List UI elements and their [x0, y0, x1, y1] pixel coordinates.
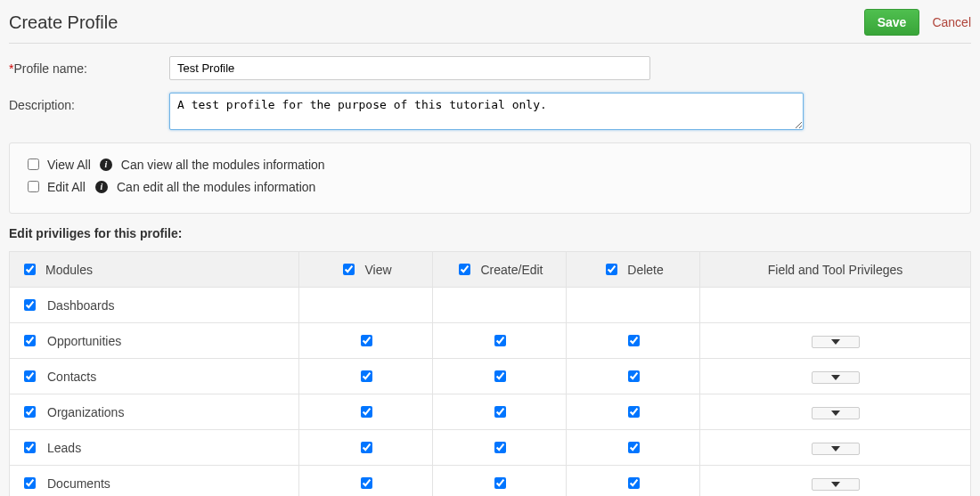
- delete-checkbox[interactable]: [628, 370, 640, 382]
- profile-name-label: *Profile name:: [9, 56, 169, 76]
- view-cell: [299, 466, 433, 497]
- privileges-cell: [700, 359, 971, 394]
- view-checkbox[interactable]: [361, 406, 372, 418]
- save-button[interactable]: Save: [864, 9, 920, 36]
- expand-button[interactable]: [812, 443, 860, 455]
- module-cell: Opportunities: [10, 323, 299, 359]
- view-checkbox[interactable]: [361, 335, 372, 346]
- delete-cell: [567, 394, 700, 430]
- view-all-label[interactable]: View All: [24, 156, 91, 173]
- view-master-checkbox[interactable]: [343, 264, 355, 275]
- delete-master-checkbox[interactable]: [606, 264, 617, 275]
- chevron-down-icon: [831, 446, 840, 451]
- chevron-down-icon: [831, 375, 840, 380]
- info-icon: i: [95, 181, 108, 193]
- module-cell: Organizations: [10, 394, 299, 430]
- header-actions: Save Cancel: [864, 9, 971, 36]
- global-permissions-panel: View All i Can view all the modules info…: [9, 142, 971, 214]
- description-textarea[interactable]: A test profile for the purpose of this t…: [169, 93, 804, 130]
- delete-cell: [567, 359, 700, 394]
- divider: [9, 43, 971, 44]
- page-title: Create Profile: [9, 12, 118, 33]
- view-checkbox[interactable]: [361, 370, 372, 382]
- delete-checkbox[interactable]: [628, 406, 640, 418]
- privileges-cell: [700, 394, 971, 430]
- edit-all-desc: Can edit all the modules information: [117, 180, 315, 194]
- table-row: Opportunities: [10, 323, 971, 359]
- create-cell: [433, 288, 567, 323]
- privileges-table: Modules View Create/Edit: [9, 251, 971, 496]
- col-delete: Delete: [567, 252, 700, 288]
- module-name: Dashboards: [47, 298, 115, 313]
- expand-button[interactable]: [812, 478, 860, 491]
- module-cell: Dashboards: [10, 288, 299, 323]
- module-cell: Documents: [10, 466, 299, 497]
- col-create-edit: Create/Edit: [433, 252, 567, 288]
- delete-cell: [567, 430, 700, 466]
- module-checkbox[interactable]: [24, 442, 36, 453]
- header-bar: Create Profile Save Cancel: [9, 9, 971, 43]
- module-cell: Leads: [10, 430, 299, 466]
- view-cell: [299, 394, 433, 430]
- create-cell: [433, 359, 567, 394]
- create-checkbox[interactable]: [494, 370, 506, 382]
- module-checkbox[interactable]: [24, 406, 36, 418]
- col-view: View: [299, 252, 433, 288]
- create-master-checkbox[interactable]: [459, 264, 470, 275]
- edit-all-label[interactable]: Edit All: [24, 178, 86, 195]
- table-row: Dashboards: [10, 288, 971, 323]
- view-checkbox[interactable]: [361, 477, 372, 489]
- description-row: Description: A test profile for the purp…: [9, 93, 971, 130]
- view-all-desc: Can view all the modules information: [121, 158, 325, 172]
- expand-button[interactable]: [812, 407, 860, 419]
- delete-checkbox[interactable]: [628, 335, 640, 346]
- view-cell: [299, 359, 433, 394]
- profile-name-row: *Profile name:: [9, 56, 971, 80]
- module-name: Organizations: [47, 405, 124, 419]
- cancel-link[interactable]: Cancel: [932, 15, 971, 29]
- module-checkbox[interactable]: [24, 335, 36, 346]
- view-cell: [299, 323, 433, 359]
- delete-checkbox[interactable]: [628, 442, 640, 453]
- table-row: Documents: [10, 466, 971, 497]
- table-row: Contacts: [10, 359, 971, 394]
- module-name: Leads: [47, 441, 81, 455]
- create-checkbox[interactable]: [494, 406, 506, 418]
- col-field-priv: Field and Tool Privileges: [700, 252, 971, 288]
- module-checkbox[interactable]: [24, 477, 36, 489]
- view-all-checkbox[interactable]: [28, 159, 39, 170]
- module-name: Opportunities: [47, 334, 121, 348]
- privileges-cell: [700, 288, 971, 323]
- table-row: Organizations: [10, 394, 971, 430]
- delete-cell: [567, 288, 700, 323]
- module-name: Contacts: [47, 370, 96, 384]
- view-all-row: View All i Can view all the modules info…: [24, 156, 956, 173]
- module-name: Documents: [47, 476, 110, 491]
- create-checkbox[interactable]: [494, 335, 506, 346]
- chevron-down-icon: [831, 482, 840, 487]
- chevron-down-icon: [831, 411, 840, 416]
- privileges-cell: [700, 430, 971, 466]
- create-cell: [433, 323, 567, 359]
- create-checkbox[interactable]: [494, 442, 506, 453]
- view-checkbox[interactable]: [361, 442, 372, 453]
- module-cell: Contacts: [10, 359, 299, 394]
- expand-button[interactable]: [812, 371, 860, 384]
- delete-checkbox[interactable]: [628, 477, 640, 489]
- view-cell: [299, 288, 433, 323]
- privileges-heading: Edit priviliges for this profile:: [9, 226, 971, 240]
- profile-name-input[interactable]: [169, 56, 650, 80]
- description-label: Description:: [9, 93, 169, 112]
- module-checkbox[interactable]: [24, 370, 36, 382]
- module-checkbox[interactable]: [24, 299, 36, 311]
- table-header-row: Modules View Create/Edit: [10, 252, 971, 288]
- table-row: Leads: [10, 430, 971, 466]
- privileges-cell: [700, 466, 971, 497]
- expand-button[interactable]: [812, 336, 860, 348]
- modules-master-checkbox[interactable]: [24, 264, 36, 275]
- info-icon: i: [100, 159, 112, 171]
- edit-all-checkbox[interactable]: [28, 181, 39, 192]
- create-cell: [433, 394, 567, 430]
- create-cell: [433, 466, 567, 497]
- create-checkbox[interactable]: [494, 477, 506, 489]
